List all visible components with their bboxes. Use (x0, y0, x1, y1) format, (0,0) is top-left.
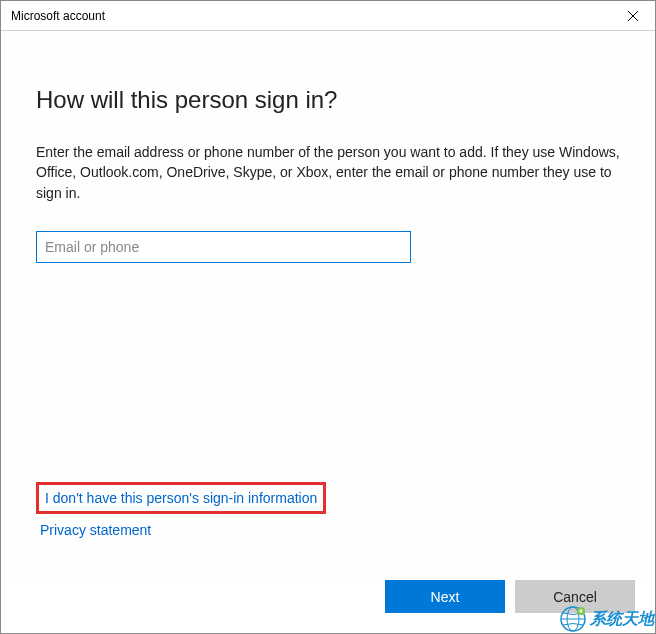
next-button[interactable]: Next (385, 580, 505, 613)
content-area: How will this person sign in? Enter the … (1, 31, 655, 580)
cancel-button[interactable]: Cancel (515, 580, 635, 613)
close-button[interactable] (610, 1, 655, 31)
close-icon (628, 11, 638, 21)
privacy-statement-link[interactable]: Privacy statement (36, 522, 620, 538)
page-heading: How will this person sign in? (36, 86, 620, 114)
window-title: Microsoft account (1, 9, 105, 23)
no-signin-info-highlight: I don't have this person's sign-in infor… (36, 482, 326, 514)
footer-buttons: Next Cancel (1, 580, 655, 633)
page-description: Enter the email address or phone number … (36, 142, 620, 203)
no-signin-info-link[interactable]: I don't have this person's sign-in infor… (45, 490, 317, 506)
titlebar: Microsoft account (1, 1, 655, 31)
spacer (36, 263, 620, 482)
email-or-phone-input[interactable] (36, 231, 411, 263)
ms-account-window: Microsoft account How will this person s… (0, 0, 656, 634)
